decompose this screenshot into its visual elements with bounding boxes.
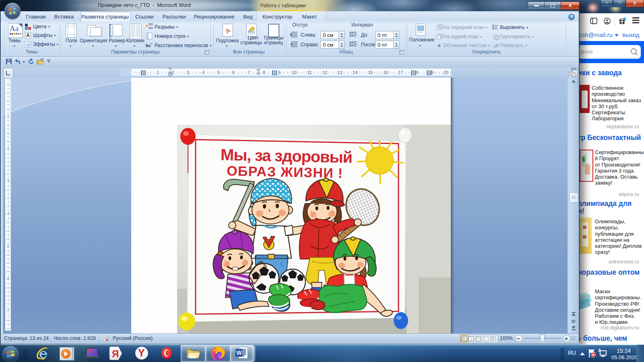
svg-text:W: W [237,350,242,356]
